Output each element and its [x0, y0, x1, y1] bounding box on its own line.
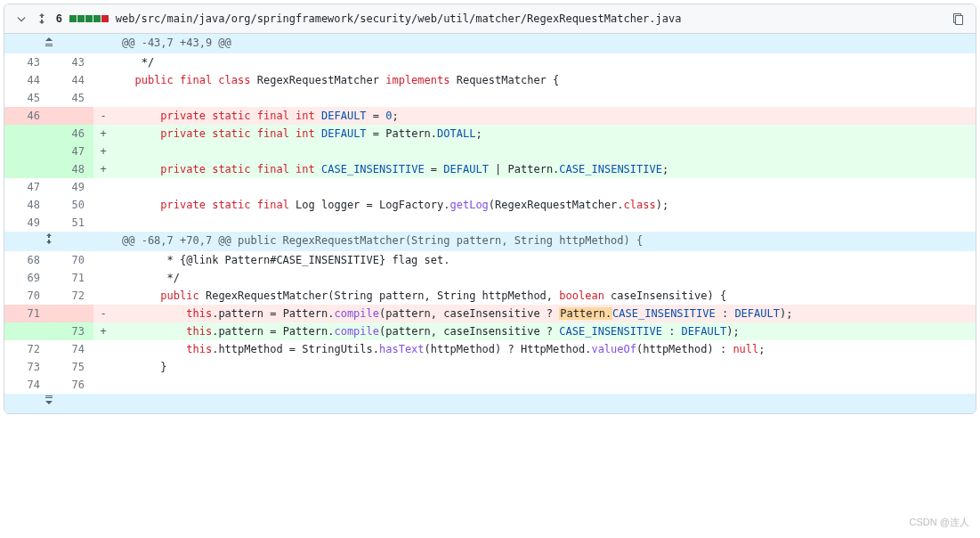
new-line-number[interactable]: 49	[49, 178, 93, 196]
old-line-number[interactable]	[4, 322, 49, 340]
diff-marker: +	[93, 125, 113, 143]
diff-line-ctx: 7375 }	[4, 358, 976, 376]
new-line-number[interactable]: 76	[49, 376, 93, 394]
diff-file: 6 web/src/main/java/org/springframework/…	[4, 4, 976, 414]
old-line-number[interactable]: 72	[4, 340, 49, 358]
marker	[93, 34, 113, 53]
code-content: public final class RegexRequestMatcher i…	[113, 71, 976, 89]
diff-marker	[93, 53, 113, 71]
code-content	[113, 376, 976, 394]
code-content: * {@link Pattern#CASE_INSENSITIVE} flag …	[113, 251, 976, 269]
new-line-number[interactable]: 50	[49, 196, 93, 214]
code-content: this.httpMethod = StringUtils.hasText(ht…	[113, 340, 976, 358]
new-line-number[interactable]: 46	[49, 125, 93, 143]
file-path[interactable]: web/src/main/java/org/springframework/se…	[116, 12, 944, 25]
old-line-number[interactable]: 68	[4, 251, 49, 269]
code-content: */	[113, 53, 976, 71]
code-content: }	[113, 358, 976, 376]
old-line-number[interactable]	[4, 125, 49, 143]
old-line-number[interactable]: 70	[4, 287, 49, 305]
diff-marker: +	[93, 322, 113, 340]
diff-line-ctx: 4951	[4, 214, 976, 232]
diff-line-ctx: 7072 public RegexRequestMatcher(String p…	[4, 287, 976, 305]
code-content	[113, 214, 976, 232]
diffstat-square-del	[101, 15, 109, 22]
diff-marker	[93, 196, 113, 214]
diff-marker	[93, 287, 113, 305]
diff-line-ctx: 4343 */	[4, 53, 976, 71]
diff-line-ctx: 4850 private static final Log logger = L…	[4, 196, 976, 214]
old-line-number[interactable]: 44	[4, 71, 49, 89]
diff-marker	[93, 376, 113, 394]
diff-line-hunk: @@ -68,7 +70,7 @@ public RegexRequestMat…	[4, 232, 976, 251]
hunk-header	[113, 394, 976, 413]
diffstat-square-add	[93, 15, 101, 22]
old-line-number[interactable]: 45	[4, 89, 49, 107]
diff-line-ctx: 4444 public final class RegexRequestMatc…	[4, 71, 976, 89]
diff-line-add: 46+ private static final int DEFAULT = P…	[4, 125, 976, 143]
diff-line-hunk	[4, 394, 976, 413]
code-content: private static final int DEFAULT = 0;	[113, 107, 976, 125]
diffstat-square-add	[69, 15, 77, 22]
old-line-number[interactable]: 69	[4, 269, 49, 287]
code-content	[113, 143, 976, 160]
expand-hunk-icon[interactable]	[4, 394, 93, 413]
old-line-number[interactable]: 74	[4, 376, 49, 394]
diff-line-add: 73+ this.pattern = Pattern.compile(patte…	[4, 322, 976, 340]
new-line-number[interactable]: 72	[49, 287, 93, 305]
diff-marker	[93, 71, 113, 89]
old-line-number[interactable]: 73	[4, 358, 49, 376]
diff-line-ctx: 4749	[4, 178, 976, 196]
new-line-number[interactable]	[49, 107, 93, 125]
expand-all-icon[interactable]	[35, 12, 49, 26]
diff-line-hunk: @@ -43,7 +43,9 @@	[4, 34, 976, 53]
code-content: private static final Log logger = LogFac…	[113, 196, 976, 214]
code-content: this.pattern = Pattern.compile(pattern, …	[113, 322, 976, 340]
new-line-number[interactable]: 70	[49, 251, 93, 269]
chevron-down-icon[interactable]	[15, 12, 28, 25]
diff-marker	[93, 178, 113, 196]
new-line-number[interactable]: 74	[49, 340, 93, 358]
new-line-number[interactable]: 43	[49, 53, 93, 71]
new-line-number[interactable]: 75	[49, 358, 93, 376]
hunk-header: @@ -43,7 +43,9 @@	[113, 34, 976, 53]
new-line-number[interactable]: 51	[49, 214, 93, 232]
diff-marker	[93, 340, 113, 358]
new-line-number[interactable]: 44	[49, 71, 93, 89]
old-line-number[interactable]: 46	[4, 107, 49, 125]
old-line-number[interactable]: 71	[4, 305, 49, 322]
expand-hunk-icon[interactable]	[4, 232, 93, 251]
diff-line-ctx: 7476	[4, 376, 976, 394]
code-content	[113, 178, 976, 196]
diff-marker	[93, 214, 113, 232]
new-line-number[interactable]: 48	[49, 160, 93, 178]
old-line-number[interactable]: 48	[4, 196, 49, 214]
diff-marker	[93, 251, 113, 269]
expand-hunk-icon[interactable]	[4, 34, 93, 53]
file-header: 6 web/src/main/java/org/springframework/…	[4, 4, 976, 34]
diff-line-ctx: 6870 * {@link Pattern#CASE_INSENSITIVE} …	[4, 251, 976, 269]
old-line-number[interactable]: 43	[4, 53, 49, 71]
new-line-number[interactable]: 73	[49, 322, 93, 340]
marker	[93, 232, 113, 251]
new-line-number[interactable]: 71	[49, 269, 93, 287]
diff-marker	[93, 358, 113, 376]
new-line-number[interactable]: 47	[49, 143, 93, 160]
diff-marker: -	[93, 305, 113, 322]
diff-marker	[93, 89, 113, 107]
new-line-number[interactable]	[49, 305, 93, 322]
code-content: public RegexRequestMatcher(String patter…	[113, 287, 976, 305]
diff-marker: -	[93, 107, 113, 125]
old-line-number[interactable]: 49	[4, 214, 49, 232]
diffstat	[69, 15, 109, 22]
new-line-number[interactable]: 45	[49, 89, 93, 107]
old-line-number[interactable]	[4, 160, 49, 178]
old-line-number[interactable]	[4, 143, 49, 160]
copy-path-icon[interactable]	[951, 12, 965, 26]
diffstat-square-add	[77, 15, 85, 22]
diff-line-add: 48+ private static final int CASE_INSENS…	[4, 160, 976, 178]
hunk-header: @@ -68,7 +70,7 @@ public RegexRequestMat…	[113, 232, 976, 251]
code-content: private static final int CASE_INSENSITIV…	[113, 160, 976, 178]
old-line-number[interactable]: 47	[4, 178, 49, 196]
diff-line-del: 46- private static final int DEFAULT = 0…	[4, 107, 976, 125]
